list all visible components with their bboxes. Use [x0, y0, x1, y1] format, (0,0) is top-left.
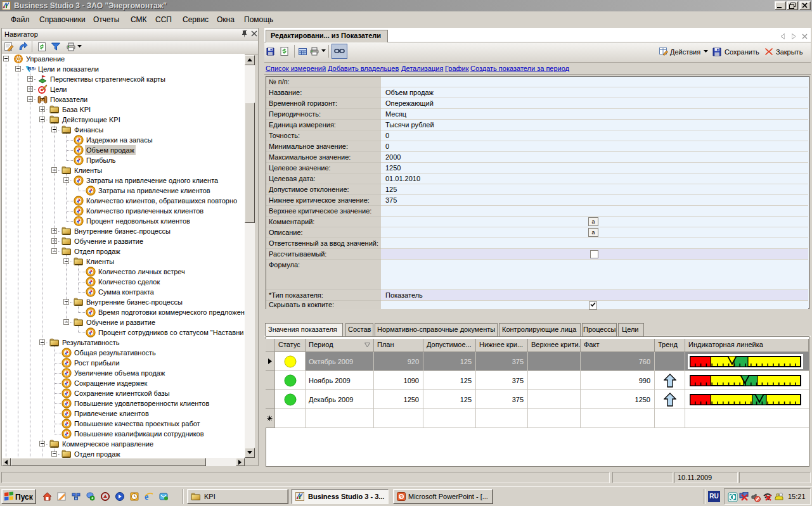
svg-text:BSC: BSC [28, 66, 35, 72]
